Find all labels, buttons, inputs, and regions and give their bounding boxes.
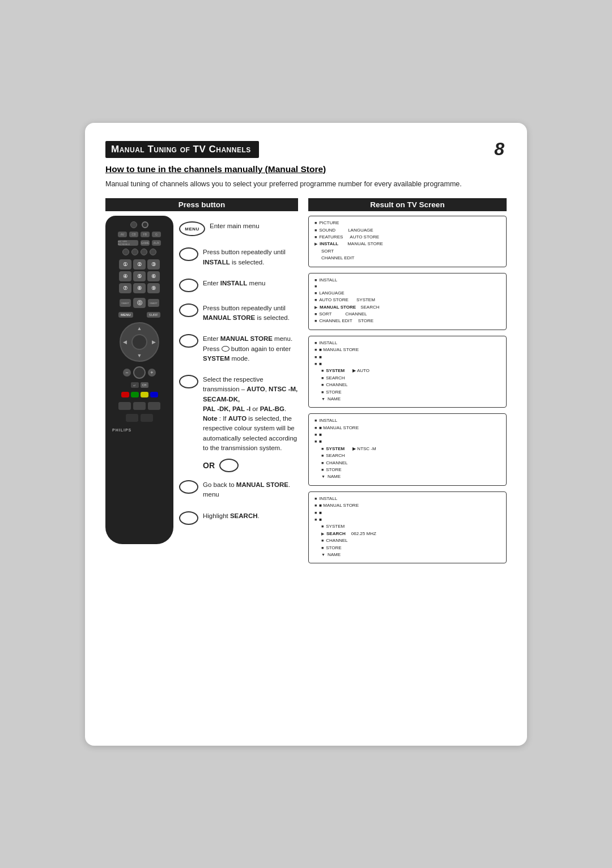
remote-indicator-left	[130, 221, 137, 228]
remote-btn-3[interactable]: ③	[147, 259, 160, 270]
result-3-install: ■ INSTALL	[314, 340, 500, 347]
remote-circle1[interactable]	[122, 249, 129, 255]
remote-btn-9[interactable]: ⑨	[147, 283, 160, 293]
page: Manual Tuning of TV Channels 8 How to tu…	[85, 123, 527, 746]
step-4: Select the respective transmission – AUT…	[179, 369, 298, 459]
remote-left-arrow[interactable]: ◀	[123, 339, 127, 345]
remote-back-btn[interactable]: ↵	[131, 382, 139, 388]
step-6-oval[interactable]	[179, 511, 198, 525]
remote-fb-btn[interactable]: FB	[141, 232, 150, 237]
auto-bold: AUTO	[246, 386, 265, 392]
remote-surf-button[interactable]: SURF	[147, 312, 160, 318]
remote-game-btn[interactable]: GAME	[141, 240, 150, 246]
step-6: Highlight SEARCH.	[179, 506, 298, 531]
result-2-install: ■ INSTALL	[314, 277, 500, 284]
remote-btn-2[interactable]: ②	[133, 259, 146, 270]
result-1-picture: ■ PICTURE	[314, 220, 500, 226]
step-instructions: MENU Enter main menu Press button repeat…	[179, 216, 298, 530]
remote-ok-button[interactable]	[133, 366, 146, 379]
or-label: OR	[202, 461, 216, 470]
result-1-features: ■ FEATURES AUTO STORE	[314, 234, 500, 241]
result-2-sort: ■ SORT CHANNEL	[314, 311, 500, 318]
step-2b-oval[interactable]	[179, 303, 198, 317]
step-2: Enter INSTALL menu	[179, 273, 298, 298]
remote-extra1[interactable]	[118, 402, 131, 410]
remote-btn-6[interactable]: ⑥	[147, 271, 160, 281]
remote-btn-1[interactable]: ①	[119, 259, 131, 270]
result-box-5: ■ INSTALL ■ ■ MANUAL STORE ■ ■ ■ ■	[308, 491, 507, 564]
remote-dpad[interactable]: ▲ ▼ ◀ ▶	[120, 322, 159, 362]
remote-area: AV CB FB G INC SPR INCREIBLE GAME AUX	[105, 216, 298, 544]
result-5-dot1: ■ ■	[314, 510, 500, 516]
remote-dpad-center[interactable]	[131, 334, 147, 350]
page-number: 8	[494, 139, 504, 160]
remote-up-arrow[interactable]: ▲	[137, 326, 142, 331]
step-1b-oval[interactable]	[179, 247, 198, 261]
result-5-install: ■ INSTALL	[314, 495, 500, 502]
remote-btn-0[interactable]: ⓪	[133, 298, 146, 308]
result-3-system: ■ SYSTEM ▶ AUTO	[321, 367, 500, 374]
remote-green-button[interactable]	[131, 392, 139, 397]
remote-menu-button[interactable]: MENU	[118, 312, 133, 318]
result-4-dot2: ■ ■	[314, 438, 500, 445]
remote-extra3[interactable]	[148, 402, 160, 410]
remote-dpad-ring[interactable]: ▲ ▼ ◀ ▶	[120, 322, 159, 362]
step-4-oval-top[interactable]	[179, 375, 198, 388]
remote-av-btn[interactable]: AV	[118, 232, 127, 237]
remote-red-button[interactable]	[121, 392, 129, 397]
step-4-text: Select the respective transmission – AUT…	[203, 375, 298, 453]
remote-smart2-btn[interactable]: SMART	[148, 299, 159, 307]
remote-blue-button[interactable]	[150, 392, 158, 397]
remote-g-btn[interactable]: G	[152, 232, 161, 237]
remote-btn-8[interactable]: ⑧	[133, 283, 146, 293]
remote-function-row: INC SPR INCREIBLE GAME AUX	[118, 240, 161, 246]
remote-bottom2[interactable]	[141, 414, 153, 422]
remote-smart1-btn[interactable]: SMART	[120, 299, 131, 307]
oval-inline	[222, 346, 230, 352]
remote-extra-row	[118, 402, 160, 410]
remote-btn-4[interactable]: ④	[119, 271, 131, 281]
remote-vol-plus[interactable]: +	[148, 369, 156, 377]
result-5-search: ▶ SEARCH 062.25 MHZ	[321, 531, 500, 537]
result-4-install: ■ INSTALL	[314, 417, 500, 424]
remote-vol-minus[interactable]: −	[123, 369, 131, 377]
remote-yellow-button[interactable]	[141, 392, 148, 397]
result-box-4: ■ INSTALL ■ ■ MANUAL STORE ■ ■ ■ ■	[308, 413, 507, 486]
result-3-search: ■ SEARCH	[321, 375, 500, 382]
remote-cb-btn[interactable]: CB	[129, 232, 138, 237]
remote-aux-btn[interactable]: AUX	[152, 240, 161, 246]
left-column: Press button AV CB FB G	[105, 198, 298, 563]
step-1: MENU Enter main menu	[179, 216, 298, 242]
intro-text: Manual tuning of channels allows you to …	[105, 179, 507, 190]
step-2-oval[interactable]	[179, 279, 198, 292]
remote-right-arrow[interactable]: ▶	[152, 339, 156, 345]
remote-fn1-btn[interactable]: INC SPR INCREIBLE	[118, 240, 138, 246]
step-3-oval[interactable]	[179, 334, 198, 348]
page-header: Manual Tuning of TV Channels 8	[105, 141, 507, 160]
remote-bottom1[interactable]	[126, 414, 138, 422]
remote-bottom-row	[126, 414, 153, 422]
result-1-sound: ■ SOUND LANGUAGE	[314, 227, 500, 234]
step-2b: Press button repeatedly until MANUAL STO…	[179, 298, 298, 329]
remote-power-button[interactable]	[142, 221, 148, 228]
step-5-oval[interactable]	[179, 480, 198, 494]
remote-vol-row: − +	[123, 366, 156, 379]
manual-store-bold2: MANUAL STORE	[220, 335, 273, 342]
install-menu-bold: INSTALL	[220, 280, 248, 287]
menu-button-icon[interactable]: MENU	[179, 221, 205, 236]
remote-circle2[interactable]	[131, 249, 138, 255]
remote-down-arrow[interactable]: ▼	[137, 353, 142, 358]
remote-circle3[interactable]	[141, 249, 147, 255]
remote-btn-7[interactable]: ⑦	[119, 283, 131, 293]
press-button-header: Press button	[105, 198, 298, 211]
remote-extra2[interactable]	[133, 402, 146, 410]
result-4-store: ■ STORE	[321, 467, 500, 473]
main-columns: Press button AV CB FB G	[105, 198, 507, 563]
result-header: Result on TV Screen	[308, 198, 507, 211]
step-4-oval-bottom[interactable]	[219, 459, 239, 472]
step-1b: Press button repeatedly until INSTALL is…	[179, 242, 298, 273]
result-1-channel-edit: CHANNEL EDIT	[321, 255, 500, 262]
remote-circle4[interactable]	[150, 249, 156, 255]
remote-btn-5[interactable]: ⑤	[133, 271, 146, 281]
remote-top-indicators	[130, 221, 148, 228]
